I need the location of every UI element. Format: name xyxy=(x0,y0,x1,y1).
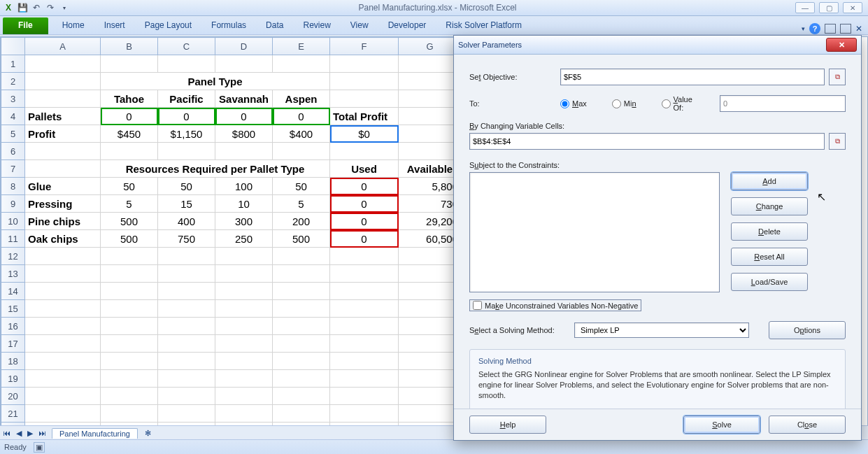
cell[interactable]: 50 xyxy=(273,178,330,195)
changing-cells-input[interactable] xyxy=(469,133,825,150)
cell[interactable]: 5 xyxy=(101,195,158,213)
col-header-d[interactable]: D xyxy=(215,38,273,55)
close-button[interactable]: ✕ xyxy=(843,2,862,13)
tab-insert[interactable]: Insert xyxy=(94,17,135,34)
constraints-list[interactable] xyxy=(469,172,720,292)
col-header-a[interactable]: A xyxy=(25,38,101,55)
tab-view[interactable]: View xyxy=(341,17,378,34)
close-button[interactable]: Close xyxy=(769,416,846,434)
avail-cell[interactable]: 29,200 xyxy=(399,213,462,230)
solve-button[interactable]: Solve xyxy=(683,416,760,434)
cell[interactable]: 50 xyxy=(101,178,158,195)
col-header-c[interactable]: C xyxy=(158,38,215,55)
pallet-pacific[interactable]: 0 xyxy=(158,108,215,125)
row-header[interactable]: 3 xyxy=(1,90,25,108)
tab-nav-prev-icon[interactable]: ◀ xyxy=(13,429,24,438)
cell[interactable]: 500 xyxy=(101,213,158,230)
cell[interactable]: 300 xyxy=(215,213,273,230)
save-icon[interactable]: 💾 xyxy=(17,2,28,13)
method-select[interactable]: Simplex LP xyxy=(574,322,749,338)
used-cell[interactable]: 0 xyxy=(330,178,399,195)
used-cell[interactable]: 0 xyxy=(330,195,399,213)
pallet-tahoe[interactable]: 0 xyxy=(101,108,158,125)
row-header[interactable]: 2 xyxy=(1,73,25,90)
tab-page-layout[interactable]: Page Layout xyxy=(135,17,201,34)
avail-cell[interactable]: 5,800 xyxy=(399,178,462,195)
cell[interactable]: 15 xyxy=(158,195,215,213)
restore-button[interactable]: ▢ xyxy=(819,2,839,13)
tab-formulas[interactable]: Formulas xyxy=(201,17,256,34)
cell[interactable]: 5 xyxy=(273,195,330,213)
tab-nav-last-icon[interactable]: ⏭ xyxy=(36,429,49,437)
help-icon[interactable]: ? xyxy=(809,23,820,34)
change-button[interactable]: Change xyxy=(731,197,808,215)
opt-max[interactable]: Max xyxy=(560,99,587,108)
cell[interactable]: 200 xyxy=(273,213,330,230)
row-header[interactable]: 5 xyxy=(1,125,25,143)
options-button[interactable]: Options xyxy=(769,321,846,339)
file-tab[interactable]: File xyxy=(3,17,48,34)
col-header-g[interactable]: G xyxy=(399,38,462,55)
row-header[interactable]: 16 xyxy=(1,318,25,335)
row-header[interactable]: 7 xyxy=(1,160,25,178)
redo-icon[interactable]: ↷ xyxy=(45,2,56,13)
sheet-tab[interactable]: Panel Manufacturing xyxy=(52,428,138,439)
row-header[interactable]: 1 xyxy=(1,55,25,73)
select-all-corner[interactable] xyxy=(1,38,25,55)
total-profit-value[interactable]: $0 xyxy=(330,125,399,143)
row-header[interactable]: 18 xyxy=(1,353,25,370)
undo-icon[interactable]: ↶ xyxy=(31,2,42,13)
objective-input[interactable] xyxy=(560,69,825,85)
cell[interactable]: 50 xyxy=(158,178,215,195)
row-header[interactable]: 11 xyxy=(1,230,25,248)
minimize-button[interactable]: — xyxy=(795,2,815,13)
load-save-button[interactable]: Load/Save xyxy=(731,273,808,291)
avail-cell[interactable]: 730 xyxy=(399,195,462,213)
row-header[interactable]: 13 xyxy=(1,265,25,283)
pallet-aspen[interactable]: 0 xyxy=(273,108,330,125)
help-button[interactable]: Help xyxy=(469,416,546,434)
ref-picker-icon[interactable]: ⧉ xyxy=(829,133,846,150)
reset-all-button[interactable]: Reset All xyxy=(731,248,808,266)
row-header[interactable]: 19 xyxy=(1,370,25,388)
new-sheet-icon[interactable]: ✻ xyxy=(142,429,154,438)
dialog-close-button[interactable]: ✕ xyxy=(826,38,857,52)
row-header[interactable]: 8 xyxy=(1,178,25,195)
col-header-b[interactable]: B xyxy=(101,38,158,55)
cell[interactable]: 500 xyxy=(101,230,158,248)
delete-button[interactable]: Delete xyxy=(731,222,808,241)
nonneg-checkbox[interactable]: Make Unconstrained Variables Non-Negativ… xyxy=(469,299,641,311)
mdi-restore-icon[interactable] xyxy=(840,24,851,34)
tab-nav-next-icon[interactable]: ▶ xyxy=(24,429,36,438)
row-header[interactable]: 9 xyxy=(1,195,25,213)
mdi-minimize-icon[interactable] xyxy=(825,24,836,34)
row-header[interactable]: 10 xyxy=(1,213,25,230)
tab-risk-solver[interactable]: Risk Solver Platform xyxy=(436,17,532,34)
cell[interactable]: 500 xyxy=(273,230,330,248)
add-button[interactable]: Add xyxy=(731,172,808,190)
row-header[interactable]: 6 xyxy=(1,143,25,160)
solver-dialog[interactable]: Solver Parameters ✕ Set Objective: ⧉ To:… xyxy=(453,35,862,441)
cell[interactable]: 10 xyxy=(215,195,273,213)
col-header-f[interactable]: F xyxy=(330,38,399,55)
row-header[interactable]: 4 xyxy=(1,108,25,125)
tab-developer[interactable]: Developer xyxy=(378,17,436,34)
cell[interactable]: 250 xyxy=(215,230,273,248)
qat-dropdown-icon[interactable]: ▾ xyxy=(59,2,70,13)
cell[interactable]: 750 xyxy=(158,230,215,248)
tab-nav-first-icon[interactable]: ⏮ xyxy=(0,429,13,437)
opt-min[interactable]: Min xyxy=(612,99,636,108)
cell[interactable]: 400 xyxy=(158,213,215,230)
ref-picker-icon[interactable]: ⧉ xyxy=(829,69,846,85)
row-header[interactable]: 14 xyxy=(1,283,25,300)
used-cell[interactable]: 0 xyxy=(330,230,399,248)
grid[interactable]: A B C D E F G H 1 2 Panel Type 3 Tahoe P… xyxy=(1,37,519,426)
macro-record-icon[interactable]: ▣ xyxy=(34,442,45,453)
row-header[interactable]: 17 xyxy=(1,335,25,353)
used-cell[interactable]: 0 xyxy=(330,213,399,230)
row-header[interactable]: 21 xyxy=(1,405,25,423)
opt-value-of[interactable]: Value Of: xyxy=(662,95,695,112)
ribbon-minimize-icon[interactable]: ▾ xyxy=(802,25,805,32)
row-header[interactable]: 15 xyxy=(1,300,25,318)
tab-review[interactable]: Review xyxy=(293,17,340,34)
